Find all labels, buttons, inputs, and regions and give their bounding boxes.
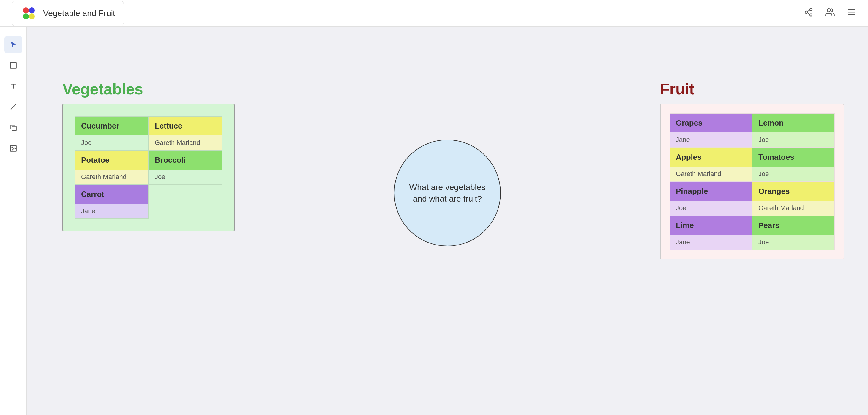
svg-point-0: [23, 7, 29, 13]
fruit-box: Grapes Jane Lemon Joe: [660, 104, 844, 259]
potato-owner: Gareth Marland: [75, 169, 148, 184]
vegetable-cucumber: Cucumber Joe: [75, 116, 149, 151]
lime-owner: Jane: [670, 235, 752, 250]
svg-line-7: [807, 13, 810, 14]
app-title: Vegetable and Fruit: [43, 9, 115, 18]
image-tool[interactable]: [4, 139, 22, 157]
vegetable-potato: Potatoe Gareth Marland: [75, 151, 149, 185]
cucumber-header: Cucumber: [75, 117, 148, 135]
fruit-grid: Grapes Jane Lemon Joe: [670, 114, 835, 250]
lemon-header: Lemon: [752, 114, 834, 132]
toolbar: [0, 27, 27, 415]
svg-point-19: [11, 147, 12, 148]
text-tool[interactable]: [4, 77, 22, 95]
oranges-owner: Gareth Marland: [752, 201, 834, 216]
broccoli-header: Broccoli: [149, 151, 222, 169]
svg-point-1: [29, 7, 35, 13]
copy-tool[interactable]: [4, 119, 22, 136]
svg-point-5: [805, 11, 807, 13]
users-icon[interactable]: [825, 7, 835, 19]
carrot-owner: Jane: [75, 204, 148, 219]
svg-point-9: [827, 9, 831, 12]
pears-owner: Joe: [752, 235, 834, 250]
vegetables-grid: Cucumber Joe Lettuce Gareth Marland: [75, 116, 222, 219]
center-question-text: What are vegetables and what are fruit?: [406, 181, 488, 204]
vegetable-lettuce: Lettuce Gareth Marland: [149, 116, 222, 151]
svg-point-3: [29, 13, 35, 19]
svg-point-2: [23, 13, 29, 19]
grapes-owner: Jane: [670, 132, 752, 147]
cursor-tool[interactable]: [4, 36, 22, 54]
fruit-apples: Apples Gareth Marland: [670, 148, 752, 182]
ds-logo: [21, 5, 37, 22]
menu-icon[interactable]: [847, 7, 856, 19]
svg-line-8: [807, 10, 810, 11]
svg-rect-13: [10, 62, 16, 68]
tomatoes-owner: Joe: [752, 166, 834, 181]
potato-header: Potatoe: [75, 151, 148, 169]
fruit-pears: Pears Joe: [752, 216, 835, 250]
svg-point-4: [810, 8, 812, 11]
cucumber-owner: Joe: [75, 135, 148, 150]
frame-tool[interactable]: [4, 56, 22, 74]
pears-header: Pears: [752, 216, 834, 235]
vegetables-section: Vegetables Cucumber Joe Lettuce: [62, 80, 235, 231]
vegetable-carrot: Carrot Jane: [75, 185, 149, 219]
header-actions: [804, 7, 856, 19]
svg-rect-17: [12, 126, 16, 131]
fruit-pineapple: Pinapple Joe: [670, 182, 752, 216]
lemon-owner: Joe: [752, 132, 834, 147]
vegetable-broccoli: Broccoli Joe: [149, 151, 222, 185]
share-icon[interactable]: [804, 7, 813, 19]
apples-owner: Gareth Marland: [670, 166, 752, 181]
lettuce-header: Lettuce: [149, 117, 222, 135]
fruit-lemon: Lemon Joe: [752, 114, 835, 148]
pineapple-owner: Joe: [670, 201, 752, 216]
broccoli-owner: Joe: [149, 169, 222, 184]
vegetables-title: Vegetables: [62, 80, 235, 98]
fruit-lime: Lime Jane: [670, 216, 752, 250]
lettuce-owner: Gareth Marland: [149, 135, 222, 150]
center-question-circle: What are vegetables and what are fruit?: [394, 139, 501, 246]
fruit-grapes: Grapes Jane: [670, 114, 752, 148]
fruit-title: Fruit: [660, 80, 844, 98]
header: Vegetable and Fruit: [0, 0, 868, 27]
canvas: Vegetables Cucumber Joe Lettuce: [27, 27, 868, 415]
line-tool[interactable]: [4, 98, 22, 116]
carrot-header: Carrot: [75, 185, 148, 204]
tomatoes-header: Tomatoes: [752, 148, 834, 166]
lime-header: Lime: [670, 216, 752, 235]
svg-line-16: [11, 104, 16, 109]
grapes-header: Grapes: [670, 114, 752, 132]
logo-container: Vegetable and Fruit: [12, 1, 124, 26]
apples-header: Apples: [670, 148, 752, 166]
fruit-section: Fruit Grapes Jane Lemon: [660, 80, 844, 259]
fruit-oranges: Oranges Gareth Marland: [752, 182, 835, 216]
oranges-header: Oranges: [752, 182, 834, 201]
pineapple-header: Pinapple: [670, 182, 752, 201]
fruit-tomatoes: Tomatoes Joe: [752, 148, 835, 182]
vegetables-box: Cucumber Joe Lettuce Gareth Marland: [62, 104, 235, 231]
svg-point-6: [810, 14, 812, 16]
